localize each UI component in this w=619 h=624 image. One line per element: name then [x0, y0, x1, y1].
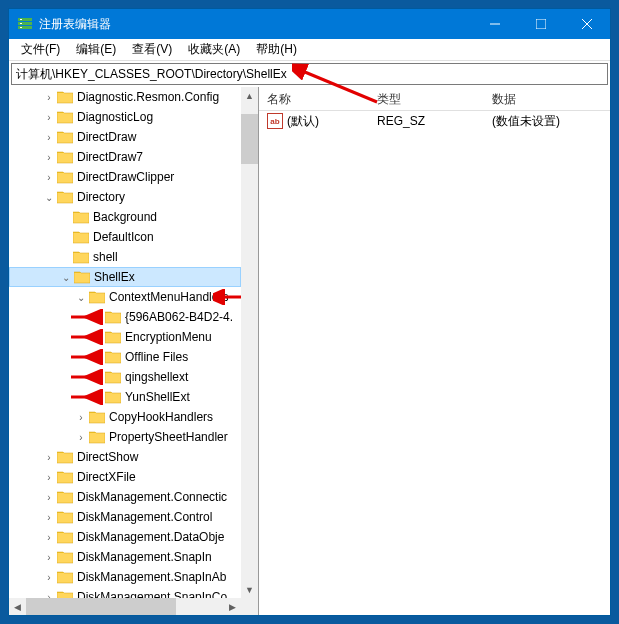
- menu-edit[interactable]: 编辑(E): [68, 39, 124, 60]
- tree-expander-icon[interactable]: ›: [41, 489, 57, 505]
- tree-item[interactable]: ⌄Directory: [9, 187, 241, 207]
- tree-item[interactable]: Background: [9, 207, 241, 227]
- close-button[interactable]: [564, 9, 610, 39]
- tree-item[interactable]: ›DirectDrawClipper: [9, 167, 241, 187]
- folder-icon: [57, 110, 73, 124]
- tree-item[interactable]: shell: [9, 247, 241, 267]
- folder-icon: [57, 530, 73, 544]
- menu-view[interactable]: 查看(V): [124, 39, 180, 60]
- tree-expander-icon[interactable]: ›: [73, 409, 89, 425]
- tree-expander-icon[interactable]: ›: [41, 169, 57, 185]
- scroll-down-button[interactable]: ▼: [241, 581, 258, 598]
- tree-item[interactable]: ⌄ContextMenuHandlers: [9, 287, 241, 307]
- tree-item[interactable]: ›DiskManagement.Connectic: [9, 487, 241, 507]
- folder-icon: [57, 450, 73, 464]
- tree-item[interactable]: ›Diagnostic.Resmon.Config: [9, 87, 241, 107]
- value-data: (数值未设置): [484, 111, 610, 132]
- tree-label: CopyHookHandlers: [109, 410, 213, 424]
- folder-icon: [57, 470, 73, 484]
- tree-expander-icon[interactable]: ⌄: [41, 189, 57, 205]
- folder-icon: [105, 350, 121, 364]
- titlebar[interactable]: 注册表编辑器: [9, 9, 610, 39]
- tree-expander-icon[interactable]: ›: [41, 89, 57, 105]
- tree-scrollbar-vertical[interactable]: ▲ ▼: [241, 87, 258, 598]
- registry-editor-window: 注册表编辑器 文件(F) 编辑(E) 查看(V) 收藏夹(A) 帮助(H) 计算…: [8, 8, 611, 616]
- tree-expander-icon[interactable]: ›: [41, 129, 57, 145]
- tree-item[interactable]: qingshellext: [9, 367, 241, 387]
- tree-item[interactable]: ›DiskManagement.DataObje: [9, 527, 241, 547]
- value-type: REG_SZ: [369, 112, 484, 130]
- folder-icon: [57, 570, 73, 584]
- minimize-button[interactable]: [472, 9, 518, 39]
- annotation-arrow: [67, 369, 103, 385]
- tree-label: ContextMenuHandlers: [109, 290, 228, 304]
- window-controls: [472, 9, 610, 39]
- scroll-left-button[interactable]: ◀: [9, 598, 26, 615]
- folder-icon: [57, 90, 73, 104]
- tree-item[interactable]: YunShellExt: [9, 387, 241, 407]
- annotation-arrow: [67, 389, 103, 405]
- tree-label: ShellEx: [94, 270, 135, 284]
- folder-icon: [57, 190, 73, 204]
- list-panel[interactable]: 名称 类型 数据 ab(默认)REG_SZ(数值未设置): [259, 87, 610, 615]
- tree-item[interactable]: ›DirectShow: [9, 447, 241, 467]
- tree-label: PropertySheetHandler: [109, 430, 228, 444]
- tree-expander-icon[interactable]: ›: [41, 589, 57, 598]
- tree-expander-icon[interactable]: ⌄: [58, 269, 74, 285]
- maximize-button[interactable]: [518, 9, 564, 39]
- list-header: 名称 类型 数据: [259, 87, 610, 111]
- col-data[interactable]: 数据: [484, 87, 610, 110]
- col-type[interactable]: 类型: [369, 87, 484, 110]
- tree-item[interactable]: ⌄ShellEx: [9, 267, 241, 287]
- tree-item[interactable]: EncryptionMenu: [9, 327, 241, 347]
- tree-expander-icon[interactable]: ›: [41, 469, 57, 485]
- tree-label: DirectDraw: [77, 130, 136, 144]
- tree-item[interactable]: Offline Files: [9, 347, 241, 367]
- tree-expander-icon[interactable]: ›: [73, 429, 89, 445]
- tree-item[interactable]: ›CopyHookHandlers: [9, 407, 241, 427]
- tree-item[interactable]: ›DiskManagement.SnapInCo: [9, 587, 241, 598]
- folder-icon: [57, 550, 73, 564]
- tree-item[interactable]: ›DiagnosticLog: [9, 107, 241, 127]
- tree-expander-icon[interactable]: ›: [41, 549, 57, 565]
- content-area: ›Diagnostic.Resmon.Config›DiagnosticLog›…: [9, 87, 610, 615]
- menu-favorites[interactable]: 收藏夹(A): [180, 39, 248, 60]
- col-name[interactable]: 名称: [259, 87, 369, 110]
- tree-label: qingshellext: [125, 370, 188, 384]
- tree-expander-icon[interactable]: ›: [41, 109, 57, 125]
- menu-help[interactable]: 帮助(H): [248, 39, 305, 60]
- tree-item[interactable]: ›DirectDraw7: [9, 147, 241, 167]
- menu-file[interactable]: 文件(F): [13, 39, 68, 60]
- scroll-thumb-v[interactable]: [241, 114, 258, 164]
- tree-item[interactable]: ›DiskManagement.SnapInAb: [9, 567, 241, 587]
- tree-item[interactable]: ›DiskManagement.Control: [9, 507, 241, 527]
- scroll-right-button[interactable]: ▶: [224, 598, 241, 615]
- svg-rect-5: [20, 27, 22, 28]
- tree-expander-icon[interactable]: ›: [41, 449, 57, 465]
- address-bar[interactable]: 计算机\HKEY_CLASSES_ROOT\Directory\ShellEx: [11, 63, 608, 85]
- folder-icon: [105, 370, 121, 384]
- tree-expander-icon[interactable]: ›: [41, 529, 57, 545]
- tree-item[interactable]: ›PropertySheetHandler: [9, 427, 241, 447]
- folder-icon: [105, 390, 121, 404]
- tree-expander-icon[interactable]: ›: [41, 569, 57, 585]
- tree-item[interactable]: DefaultIcon: [9, 227, 241, 247]
- tree-item[interactable]: ›DirectXFile: [9, 467, 241, 487]
- annotation-arrow: [67, 309, 103, 325]
- tree-panel[interactable]: ›Diagnostic.Resmon.Config›DiagnosticLog›…: [9, 87, 259, 615]
- tree-expander-icon[interactable]: ›: [41, 509, 57, 525]
- scroll-up-button[interactable]: ▲: [241, 87, 258, 104]
- folder-icon: [89, 410, 105, 424]
- tree-scrollbar-horizontal[interactable]: ◀ ▶: [9, 598, 241, 615]
- tree-item[interactable]: {596AB062-B4D2-4.: [9, 307, 241, 327]
- tree-item[interactable]: ›DiskManagement.SnapIn: [9, 547, 241, 567]
- folder-icon: [57, 170, 73, 184]
- folder-icon: [57, 510, 73, 524]
- list-row[interactable]: ab(默认)REG_SZ(数值未设置): [259, 111, 610, 131]
- tree-label: DiskManagement.SnapInCo: [77, 590, 227, 598]
- tree-expander-icon[interactable]: ⌄: [73, 289, 89, 305]
- tree-expander-icon[interactable]: ›: [41, 149, 57, 165]
- tree-label: DirectDrawClipper: [77, 170, 174, 184]
- tree-item[interactable]: ›DirectDraw: [9, 127, 241, 147]
- scroll-thumb-h[interactable]: [26, 598, 176, 615]
